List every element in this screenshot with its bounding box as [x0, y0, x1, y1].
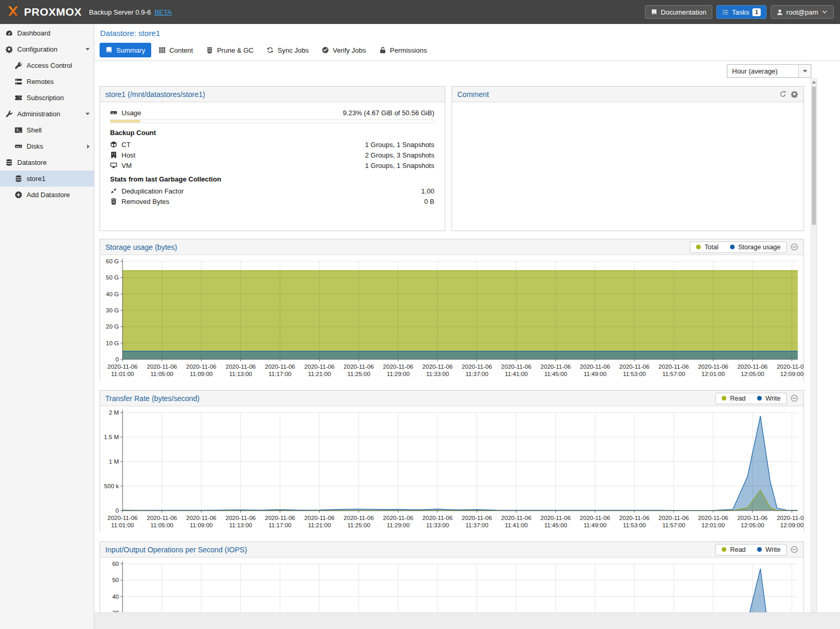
chart-legend: ReadWrite [715, 544, 787, 555]
gears-icon [5, 45, 13, 53]
tab-permissions[interactable]: Permissions [373, 43, 433, 57]
svg-text:0: 0 [116, 507, 119, 514]
tab-content[interactable]: Content [153, 43, 199, 57]
gear-icon[interactable] [790, 90, 798, 98]
svg-text:2020-11-06: 2020-11-06 [737, 515, 768, 521]
sidebar-item-administration[interactable]: Administration [0, 106, 94, 122]
legend-item-write[interactable]: Write [751, 395, 786, 402]
user-menu-button[interactable]: root@pam [771, 5, 834, 19]
legend-item-read[interactable]: Read [716, 395, 751, 402]
sidebar: DashboardConfigurationAccess ControlRemo… [0, 24, 94, 629]
svg-text:2020-11-06: 2020-11-06 [541, 364, 571, 370]
sidebar-item-add-datastore[interactable]: Add Datastore [0, 187, 94, 203]
svg-text:10 G: 10 G [106, 340, 119, 346]
sidebar-item-label: store1 [27, 175, 45, 183]
summary-panel-body: Usage 9.23% (4.67 GiB of 50.56 GiB) Back… [100, 102, 445, 212]
tab-prune-gc[interactable]: Prune & GC [200, 43, 259, 57]
transfer-rate-chart-body: 0500 k1 M1.5 M2 M2020-11-0611:01:002020-… [100, 406, 804, 532]
svg-text:2020-11-06: 2020-11-06 [186, 364, 216, 370]
sidebar-item-datastore[interactable]: Datastore [0, 154, 94, 171]
svg-text:2020-11-06: 2020-11-06 [186, 515, 216, 521]
timeframe-select[interactable]: Hour (average) [727, 64, 811, 78]
collapse-panel-icon[interactable] [790, 546, 798, 553]
summary-row-removed-bytes: Removed Bytes0 B [110, 196, 434, 207]
beta-link[interactable]: BETA [154, 8, 172, 16]
documentation-button[interactable]: Documentation [645, 5, 712, 19]
panel-title: Comment [457, 90, 489, 99]
tab-verify-jobs[interactable]: Verify Jobs [316, 43, 372, 57]
comment-panel: Comment [452, 86, 804, 231]
legend-item-total[interactable]: Total [690, 244, 724, 251]
collapse-panel-icon[interactable] [790, 394, 798, 402]
chevron-down-icon[interactable] [798, 65, 811, 77]
vertical-scrollbar[interactable] [811, 78, 817, 612]
svg-text:500 k: 500 k [104, 483, 119, 489]
svg-text:2020-11-06: 2020-11-06 [107, 515, 138, 521]
sidebar-item-store1[interactable]: store1 [0, 171, 94, 187]
page-title: Datastore: store1 [100, 29, 835, 38]
timeframe-value: Hour (average) [732, 67, 777, 75]
hdd-icon [15, 142, 22, 150]
sidebar-item-access-control[interactable]: Access Control [0, 57, 94, 74]
grid-icon [159, 46, 166, 54]
brand-name: PROXMOX [24, 6, 82, 18]
scroll-up-arrow-icon[interactable] [811, 79, 817, 86]
svg-text:2020-11-06: 2020-11-06 [265, 364, 295, 370]
svg-text:2020-11-06: 2020-11-06 [698, 364, 728, 370]
sidebar-item-label: Datastore [17, 159, 46, 166]
datastore-summary-panel: store1 (/mnt/datastores/store1) Usage 9.… [100, 86, 445, 231]
sidebar-item-shell[interactable]: Shell [0, 122, 94, 138]
svg-text:2020-11-06: 2020-11-06 [580, 364, 610, 370]
summary-row-ct: CT1 Groups, 1 Snapshots [110, 139, 434, 150]
legend-item-read[interactable]: Read [716, 546, 751, 553]
svg-text:11:13:00: 11:13:00 [229, 522, 252, 528]
svg-text:60: 60 [112, 561, 119, 567]
usage-progress-fill [111, 120, 140, 123]
svg-text:20 G: 20 G [106, 323, 119, 330]
database-icon [15, 175, 22, 183]
svg-text:2020-11-06: 2020-11-06 [226, 515, 256, 521]
legend-label: Total [704, 244, 718, 251]
sidebar-item-remotes[interactable]: Remotes [0, 74, 94, 90]
tasks-button[interactable]: Tasks 1 [716, 5, 766, 19]
sidebar-item-subscription[interactable]: Subscription [0, 90, 94, 106]
reload-icon[interactable] [779, 90, 787, 98]
svg-text:11:49:00: 11:49:00 [583, 371, 606, 377]
comment-panel-body[interactable] [452, 102, 804, 113]
sidebar-item-disks[interactable]: Disks [0, 138, 94, 154]
legend-item-write[interactable]: Write [751, 546, 786, 553]
monitor-icon [110, 162, 117, 169]
sidebar-item-configuration[interactable]: Configuration [0, 41, 94, 57]
plus-circle-icon [15, 191, 22, 199]
product-version: Backup Server 0.9-6 [89, 8, 151, 16]
expand-arrow-icon[interactable] [87, 144, 90, 149]
row-label: CT [121, 141, 130, 149]
proxmox-logo: PROXMOX [6, 5, 82, 19]
proxmox-logo-icon [6, 5, 20, 19]
server-icon [15, 78, 22, 86]
legend-item-storage-usage[interactable]: Storage usage [724, 244, 786, 251]
svg-text:11:01:00: 11:01:00 [111, 522, 134, 528]
svg-text:11:33:00: 11:33:00 [426, 371, 449, 377]
usage-progress-bar [110, 119, 434, 123]
svg-text:11:09:00: 11:09:00 [190, 371, 213, 377]
collapse-arrow-icon[interactable] [86, 48, 90, 51]
collapse-panel-icon[interactable] [790, 243, 798, 251]
svg-text:2020-11-06: 2020-11-06 [501, 364, 531, 370]
tab-summary[interactable]: Summary [100, 43, 151, 57]
building-icon [110, 151, 117, 159]
scrollbar-thumb[interactable] [812, 87, 816, 225]
svg-text:11:57:00: 11:57:00 [662, 522, 685, 528]
collapse-arrow-icon[interactable] [86, 113, 90, 115]
sidebar-item-dashboard[interactable]: Dashboard [0, 25, 94, 41]
chart-legend: ReadWrite [715, 393, 787, 404]
svg-text:11:45:00: 11:45:00 [544, 371, 567, 377]
svg-text:12:01:00: 12:01:00 [701, 522, 725, 528]
tab-label: Content [169, 46, 193, 54]
terminal-icon [15, 126, 22, 134]
tab-sync-jobs[interactable]: Sync Jobs [261, 43, 314, 57]
row-label: VM [121, 162, 132, 170]
backup-count-heading: Backup Count [110, 129, 434, 137]
svg-text:30 G: 30 G [106, 307, 119, 313]
summary-panel-header: store1 (/mnt/datastores/store1) [100, 87, 445, 102]
